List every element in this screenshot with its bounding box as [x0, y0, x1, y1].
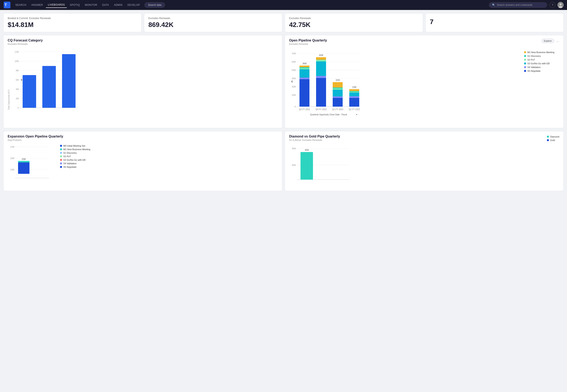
- svg-text:0: 0: [294, 106, 296, 108]
- svg-rect-50: [333, 97, 343, 98]
- nav-admin[interactable]: ADMIN: [112, 2, 125, 8]
- kpi-value-3: 7: [430, 18, 559, 26]
- svg-text:30M: 30M: [292, 86, 296, 88]
- svg-text:60M: 60M: [292, 61, 296, 63]
- cq-forecast-title: CQ Forecast Category: [8, 39, 278, 42]
- diamond-gold-card: Diamond vs Gold Pipe Quarterly S1 & Abov…: [285, 131, 564, 191]
- legend-m0: M0 Initial Meeting Set: [60, 145, 90, 147]
- svg-text:↑: ↑: [358, 113, 359, 116]
- search-data-button[interactable]: Search data: [145, 2, 165, 8]
- svg-rect-54: [333, 82, 343, 87]
- kpi-value-1: 869.42K: [148, 21, 278, 29]
- legend-dot-s5: [524, 70, 526, 72]
- svg-marker-20: [291, 80, 292, 83]
- help-button[interactable]: ?: [550, 2, 555, 8]
- global-search-bar[interactable]: 🔍 Search answers and Liveboards: [489, 2, 547, 8]
- diamond-gold-title: Diamond vs Gold Pipe Quarterly: [289, 135, 340, 138]
- kpi-label-1: Excludes Renewals: [148, 17, 278, 20]
- charts-row: CQ Forecast Category Excludes Renewals T…: [3, 35, 564, 128]
- kpi-value-2: 42.75K: [289, 21, 419, 29]
- kpi-card-2: Excludes Renewals 42.75K: [285, 13, 423, 32]
- svg-rect-40: [300, 66, 309, 67]
- legend-s3: S3 Go/No-Go with EB: [524, 62, 559, 65]
- svg-rect-47: [316, 57, 326, 60]
- svg-text:Q2 FY 2023: Q2 FY 2023: [349, 108, 360, 111]
- svg-rect-36: [300, 78, 309, 79]
- svg-rect-58: [349, 93, 359, 96]
- kpi-label-2: Excludes Renewals: [289, 17, 419, 20]
- nav-liveboards[interactable]: LIVEBOARDS: [46, 2, 67, 8]
- legend-dot-m0: [60, 145, 62, 147]
- svg-text:12M: 12M: [15, 51, 19, 53]
- nav-monitor[interactable]: MONITOR: [83, 2, 99, 8]
- legend-label-exp-s4: S4 Validation: [63, 162, 77, 165]
- svg-text:0: 0: [17, 107, 19, 109]
- logo[interactable]: T: [3, 1, 11, 9]
- legend-label-m0: M0 Initial Meeting Set: [63, 145, 85, 147]
- legend-dot-exp-s1: [60, 152, 62, 154]
- kpi-card-0: Booked & Commit: Excludes Renewals $14.8…: [3, 13, 142, 32]
- svg-text:30M: 30M: [292, 164, 296, 166]
- nav-data[interactable]: DATA: [100, 2, 111, 8]
- svg-rect-56: [349, 98, 359, 107]
- explore-button[interactable]: Explore: [541, 39, 554, 43]
- svg-rect-53: [333, 87, 343, 89]
- user-avatar[interactable]: [557, 2, 564, 8]
- svg-text:20M: 20M: [10, 157, 14, 159]
- svg-rect-38: [300, 68, 309, 69]
- nav-answer[interactable]: ANSWER: [29, 2, 45, 8]
- legend-s4: S4 Validation: [524, 66, 559, 69]
- navigation: T SEARCH ANSWER LIVEBOARDS SPOTIQ MONITO…: [0, 0, 567, 10]
- svg-text:10M: 10M: [15, 60, 19, 62]
- svg-rect-57: [349, 96, 359, 98]
- bottom-row: Expansion Open Pipeline Quarterly Dog Pr…: [3, 131, 564, 191]
- kpi-label-0: Booked & Commit: Excludes Renewals: [8, 17, 137, 20]
- legend-gold: Gold: [547, 139, 559, 141]
- svg-text:6M: 6M: [16, 79, 19, 81]
- legend-diamond: Diamond: [547, 135, 559, 138]
- svg-text:Q1 FY 2023: Q1 FY 2023: [332, 108, 343, 111]
- cq-bar-2: [42, 66, 56, 108]
- expansion-pipeline-chart: 22M 20M 18M 20M: [8, 144, 58, 185]
- legend-dot-gold: [547, 139, 549, 141]
- svg-text:32M: 32M: [335, 79, 339, 81]
- svg-rect-44: [316, 61, 326, 76]
- x-axis-title: Quarterly Opportuity Close Date - Fiscal: [310, 113, 347, 116]
- svg-text:T: T: [5, 3, 7, 7]
- legend-label-s3: S3 Go/No-Go with EB: [527, 62, 550, 65]
- svg-text:40M: 40M: [292, 77, 296, 80]
- nav-spotiq[interactable]: SPOTIQ: [68, 2, 82, 8]
- legend-label-exp-s5: S5 Negotiate: [63, 166, 77, 168]
- expansion-pipeline-card: Expansion Open Pipeline Quarterly Dog Pr…: [3, 131, 282, 191]
- legend-label-exp-s3: S3 Go/No-Go with EB: [63, 159, 86, 161]
- svg-text:▼: ▼: [356, 113, 358, 116]
- svg-rect-37: [300, 69, 309, 78]
- legend-m1: M1 New Business Meeting: [524, 51, 559, 54]
- diamond-gold-subtitle: S1 & Above; Excludes Renewals: [289, 139, 340, 141]
- legend-dot-diamond: [547, 136, 549, 138]
- cq-forecast-subtitle: Excludes Renewals: [8, 43, 278, 45]
- svg-rect-59: [349, 92, 359, 93]
- expansion-pipeline-subtitle: Dog Products: [8, 139, 278, 141]
- svg-rect-61: [349, 89, 359, 91]
- svg-text:36M: 36M: [302, 62, 306, 65]
- legend-label-exp-s1: S1 Discovery: [63, 152, 77, 154]
- nav-develop[interactable]: DEVELOP: [125, 2, 142, 8]
- more-options-button[interactable]: …: [556, 39, 559, 43]
- svg-rect-45: [316, 60, 326, 61]
- expansion-legend: M0 Initial Meeting Set M1 New Business M…: [60, 144, 90, 185]
- legend-dot-s2: [524, 59, 526, 61]
- nav-search[interactable]: SEARCH: [13, 2, 29, 8]
- expansion-legend-s5: S5 Negotiate: [60, 166, 90, 168]
- svg-text:4M: 4M: [16, 88, 19, 90]
- svg-text:20M: 20M: [22, 158, 26, 160]
- kpi-value-0: $14.81M: [8, 21, 137, 29]
- svg-rect-60: [349, 91, 359, 92]
- expansion-bar-s1: [18, 161, 29, 162]
- legend-dot-exp-s4: [60, 162, 62, 165]
- svg-text:Q4 FY 2022: Q4 FY 2022: [316, 108, 327, 111]
- legend-s2: S2 PoT: [524, 58, 559, 61]
- legend-dot-s4: [524, 66, 526, 68]
- open-pipeline-title: Open Pipeline Quarterly: [289, 39, 327, 42]
- expansion-bar-s5: [18, 162, 29, 174]
